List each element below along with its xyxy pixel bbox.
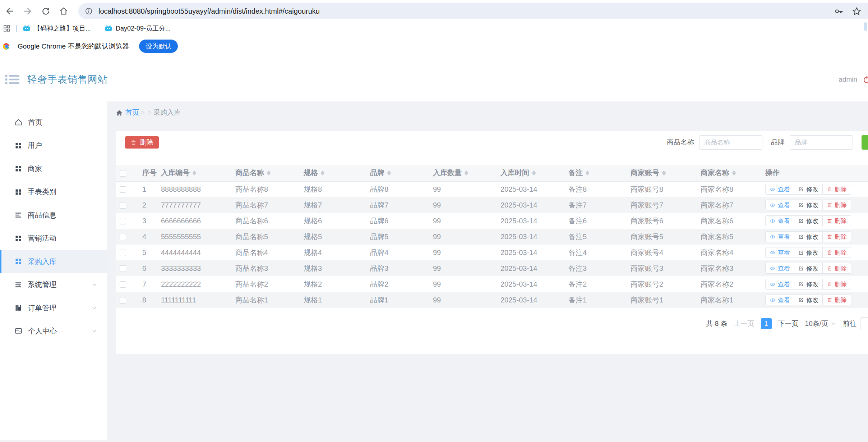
column-header-brand[interactable]: 品牌 bbox=[366, 165, 429, 181]
row-checkbox[interactable] bbox=[120, 186, 126, 193]
password-key-icon[interactable] bbox=[834, 6, 844, 16]
cell-code: 6666666666 bbox=[157, 213, 231, 229]
product-name-input[interactable] bbox=[699, 135, 762, 150]
default-browser-bar: Google Chrome 不是您的默认浏览器 设为默认 bbox=[0, 35, 868, 58]
view-button[interactable]: 查看 bbox=[765, 215, 794, 226]
breadcrumb: 首页 > > 采购入库 bbox=[116, 108, 868, 117]
sidebar-item-users[interactable]: 用户 bbox=[0, 134, 107, 158]
row-delete-button[interactable]: 删除 bbox=[822, 263, 851, 274]
prev-page-button[interactable]: 上一页 bbox=[734, 319, 754, 328]
reload-icon[interactable] bbox=[40, 5, 52, 17]
view-button[interactable]: 查看 bbox=[765, 200, 794, 210]
next-page-button[interactable]: 下一页 bbox=[778, 319, 799, 328]
row-delete-button[interactable]: 删除 bbox=[822, 295, 851, 305]
forward-icon[interactable] bbox=[22, 5, 34, 17]
edit-button[interactable]: 修改 bbox=[794, 215, 823, 226]
edit-button[interactable]: 修改 bbox=[794, 184, 823, 195]
row-checkbox[interactable] bbox=[120, 297, 126, 304]
view-button[interactable]: 查看 bbox=[765, 184, 794, 195]
row-delete-button[interactable]: 删除 bbox=[822, 247, 851, 258]
chevron-down-icon bbox=[91, 305, 97, 311]
row-delete-button[interactable]: 删除 bbox=[822, 231, 851, 242]
table-row: 1 8888888888 商品名称8 规格8 品牌8 99 2025-03-14… bbox=[116, 181, 868, 197]
sidebar-item-purchase-inbound[interactable]: 采购入库 bbox=[0, 250, 107, 273]
sidebar-item-product-info[interactable]: 商品信息 bbox=[0, 204, 107, 227]
edit-button[interactable]: 修改 bbox=[794, 231, 823, 242]
bulk-delete-button[interactable]: 删除 bbox=[125, 136, 159, 149]
cell-account: 商家账号5 bbox=[626, 229, 696, 245]
select-all-checkbox[interactable] bbox=[120, 170, 126, 177]
cell-note: 备注6 bbox=[564, 213, 626, 229]
brand-input[interactable] bbox=[790, 135, 853, 150]
row-delete-button[interactable]: 删除 bbox=[822, 184, 851, 195]
row-delete-button[interactable]: 删除 bbox=[822, 279, 851, 290]
row-checkbox[interactable] bbox=[120, 250, 126, 256]
column-header-code[interactable]: 入库编号 bbox=[157, 165, 231, 181]
edit-button[interactable]: 修改 bbox=[794, 279, 823, 290]
cell-product: 商品名称6 bbox=[231, 213, 299, 229]
cell-account: 商家账号8 bbox=[626, 181, 696, 197]
page-size-select[interactable]: 10条/页 bbox=[805, 319, 836, 328]
breadcrumb-home-link[interactable]: 首页 bbox=[125, 108, 139, 117]
menu-toggle-icon[interactable] bbox=[4, 73, 21, 86]
row-delete-button[interactable]: 删除 bbox=[822, 200, 851, 210]
set-default-button[interactable]: 设为默认 bbox=[139, 40, 178, 53]
cell-sn: 8 bbox=[138, 292, 157, 308]
view-button[interactable]: 查看 bbox=[765, 295, 794, 305]
edit-icon bbox=[798, 250, 804, 255]
view-button[interactable]: 查看 bbox=[765, 279, 794, 290]
row-checkbox[interactable] bbox=[120, 265, 126, 272]
cell-brand: 品牌3 bbox=[366, 260, 429, 276]
cell-brand: 品牌6 bbox=[366, 213, 429, 229]
row-delete-button[interactable]: 删除 bbox=[822, 215, 851, 226]
apps-grid-icon[interactable] bbox=[3, 24, 11, 32]
goto-page-input[interactable] bbox=[860, 317, 868, 330]
cell-sn: 5 bbox=[138, 245, 157, 260]
edit-icon bbox=[798, 234, 804, 240]
edit-button[interactable]: 修改 bbox=[794, 263, 823, 274]
column-header-merchant[interactable]: 商家名称 bbox=[696, 165, 761, 181]
bookmark-star-icon[interactable] bbox=[852, 6, 862, 16]
product-name-filter-label: 商品名称 bbox=[667, 138, 694, 147]
cell-note: 备注5 bbox=[564, 229, 626, 245]
view-button[interactable]: 查看 bbox=[765, 263, 794, 274]
row-checkbox[interactable] bbox=[120, 234, 126, 240]
bookmark-item[interactable]: Day02-09-员工分... bbox=[105, 24, 171, 33]
cell-brand: 品牌8 bbox=[366, 181, 429, 197]
edit-button[interactable]: 修改 bbox=[794, 295, 823, 305]
sidebar-item-merchants[interactable]: 商家 bbox=[0, 157, 107, 181]
sidebar-item-system-mgmt[interactable]: 系统管理 bbox=[0, 273, 107, 297]
url-bar[interactable]: localhost:8080/springboot55uyayyf/admin/… bbox=[78, 3, 868, 19]
scrollbar-thumb[interactable] bbox=[864, 22, 867, 31]
row-checkbox[interactable] bbox=[120, 281, 126, 288]
column-header-spec[interactable]: 规格 bbox=[299, 165, 366, 181]
view-button[interactable]: 查看 bbox=[765, 247, 794, 258]
cell-code: 5555555555 bbox=[157, 229, 231, 245]
search-button[interactable] bbox=[862, 135, 868, 150]
site-info-icon[interactable] bbox=[84, 6, 93, 16]
column-header-note[interactable]: 备注 bbox=[564, 165, 626, 181]
brand-filter-label: 品牌 bbox=[771, 138, 785, 147]
home-icon[interactable] bbox=[57, 5, 70, 17]
sidebar-item-order-mgmt[interactable]: 订单管理 bbox=[0, 296, 107, 320]
page-number-button[interactable]: 1 bbox=[761, 318, 772, 329]
cell-date: 2025-03-14 bbox=[496, 245, 564, 260]
column-header-account[interactable]: 商家账号 bbox=[626, 165, 696, 181]
logout-power-icon[interactable] bbox=[862, 75, 868, 84]
column-header-qty[interactable]: 入库数量 bbox=[429, 165, 496, 181]
sidebar-item-home[interactable]: 首页 bbox=[0, 111, 107, 134]
sidebar-item-watch-category[interactable]: 手表类别 bbox=[0, 181, 107, 204]
bookmark-item[interactable]: 【码神之路】项目... bbox=[23, 24, 91, 33]
column-header-date[interactable]: 入库时间 bbox=[496, 165, 564, 181]
column-header-product[interactable]: 商品名称 bbox=[231, 165, 299, 181]
edit-button[interactable]: 修改 bbox=[794, 200, 823, 210]
cell-spec: 规格4 bbox=[299, 245, 366, 260]
edit-button[interactable]: 修改 bbox=[794, 247, 823, 258]
row-checkbox[interactable] bbox=[120, 218, 126, 224]
view-button[interactable]: 查看 bbox=[765, 231, 794, 242]
eye-icon bbox=[770, 202, 776, 208]
row-checkbox[interactable] bbox=[120, 202, 126, 209]
sidebar-item-marketing[interactable]: 营销活动 bbox=[0, 227, 107, 250]
back-icon[interactable] bbox=[4, 5, 16, 17]
sidebar-item-personal-center[interactable]: 个人中心 bbox=[0, 320, 107, 343]
